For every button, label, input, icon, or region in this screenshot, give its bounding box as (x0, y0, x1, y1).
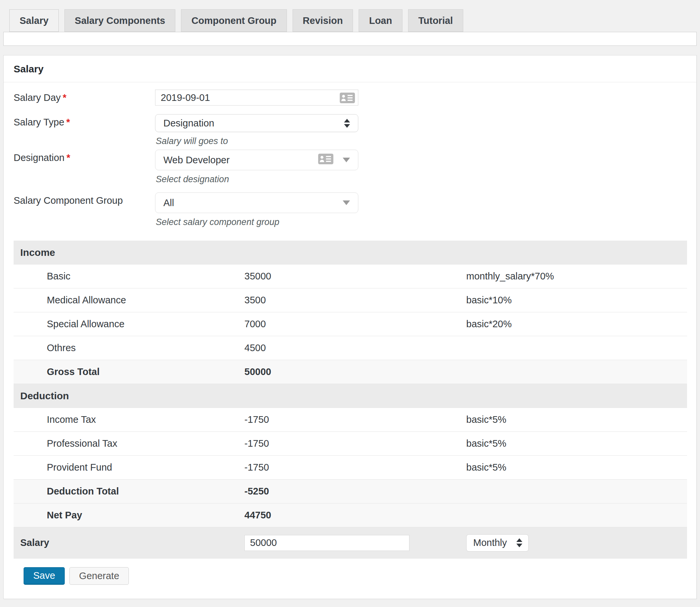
salary-amount-input[interactable] (244, 535, 409, 551)
component-name: Basic (14, 271, 244, 282)
component-name: Special Allowance (14, 319, 244, 330)
designation-select[interactable]: Web Developer (155, 150, 358, 170)
component-formula: basic*5% (466, 414, 687, 425)
tab-salary-components[interactable]: Salary Components (64, 9, 175, 32)
tab-tutorial[interactable]: Tutorial (408, 9, 463, 32)
component-formula: basic*5% (466, 438, 687, 449)
table-row-professional-tax: Professional Tax -1750 basic*5% (14, 432, 687, 456)
component-formula: basic*5% (466, 462, 687, 473)
table-row-othres: Othres 4500 (14, 336, 687, 360)
select-spinner-icon (516, 538, 522, 547)
section-title: Income (14, 247, 55, 258)
form-actions: Save Generate (24, 567, 686, 585)
select-spinner-icon (344, 119, 350, 128)
salary-components-table: Income Basic 35000 monthly_salary*70% Me… (14, 240, 687, 559)
component-name: Medical Allowance (14, 295, 244, 306)
page: Salary Salary Components Component Group… (0, 0, 700, 607)
salary-type-row: Salary Type* Designation Salary will goe… (14, 114, 686, 146)
component-name: Othres (14, 342, 244, 353)
salary-day-label: Salary Day* (14, 90, 155, 103)
salary-period-value: Monthly (473, 537, 511, 548)
tab-loan[interactable]: Loan (359, 9, 402, 32)
component-amount: 7000 (244, 319, 466, 330)
total-name: Net Pay (14, 510, 244, 521)
chevron-down-icon (343, 158, 350, 162)
salary-amount-row: Salary Monthly (14, 527, 687, 559)
required-asterisk: * (66, 117, 70, 127)
total-amount: 50000 (244, 367, 466, 377)
total-amount: -5250 (244, 486, 466, 497)
total-name: Gross Total (14, 367, 244, 377)
salary-type-helper: Salary will goes to (156, 136, 358, 146)
salary-period-select[interactable]: Monthly (466, 534, 529, 551)
designation-helper: Select designation (156, 174, 358, 185)
salary-row-label: Salary (14, 537, 244, 548)
component-amount: 4500 (244, 342, 466, 353)
salary-type-select[interactable]: Designation (155, 114, 358, 132)
tab-revision[interactable]: Revision (293, 9, 353, 32)
designation-row: Designation* Web Developer (14, 150, 686, 185)
component-name: Income Tax (14, 414, 244, 425)
designation-value: Web Developer (163, 155, 318, 166)
salary-type-value: Designation (163, 118, 344, 129)
deduction-section-header: Deduction (14, 384, 687, 408)
component-amount: -1750 (244, 462, 466, 473)
component-formula: basic*10% (466, 295, 687, 306)
vcard-icon (340, 92, 355, 105)
salary-day-input[interactable] (155, 90, 358, 106)
table-row-income-tax: Income Tax -1750 basic*5% (14, 408, 687, 432)
generate-button[interactable]: Generate (69, 567, 129, 585)
salary-panel: Salary Salary Day* (3, 55, 697, 599)
required-asterisk: * (66, 152, 70, 163)
tab-content-strip (3, 32, 697, 46)
salary-type-label: Salary Type* (14, 114, 155, 128)
vcard-icon (318, 154, 334, 167)
table-row-basic: Basic 35000 monthly_salary*70% (14, 265, 687, 288)
salary-form: Salary Day* (4, 82, 696, 585)
component-name: Professional Tax (14, 438, 244, 449)
total-amount: 44750 (244, 510, 466, 521)
component-group-select[interactable]: All (155, 192, 358, 213)
table-row-provident-fund: Provident Fund -1750 basic*5% (14, 456, 687, 480)
income-section-header: Income (14, 240, 687, 265)
component-amount: 35000 (244, 271, 466, 282)
component-formula: monthly_salary*70% (466, 271, 687, 282)
salary-day-label-text: Salary Day (14, 92, 61, 103)
component-group-helper: Select salary component group (156, 217, 358, 227)
deduction-total-row: Deduction Total -5250 (14, 480, 687, 503)
component-group-label: Salary Component Group (14, 192, 155, 206)
total-name: Deduction Total (14, 486, 244, 497)
salary-day-row: Salary Day* (14, 90, 686, 106)
gross-total-row: Gross Total 50000 (14, 360, 687, 384)
table-row-medical-allowance: Medical Allowance 3500 basic*10% (14, 288, 687, 312)
section-title: Deduction (14, 390, 69, 402)
tab-component-group[interactable]: Component Group (181, 9, 286, 32)
page-title: Salary (4, 56, 696, 82)
save-button[interactable]: Save (24, 567, 65, 585)
salary-type-label-text: Salary Type (14, 117, 64, 127)
designation-label-text: Designation (14, 152, 64, 163)
tab-salary[interactable]: Salary (9, 9, 59, 32)
required-asterisk: * (63, 92, 66, 103)
table-row-special-allowance: Special Allowance 7000 basic*20% (14, 312, 687, 336)
chevron-down-icon (343, 201, 350, 205)
component-amount: 3500 (244, 295, 466, 306)
designation-label: Designation* (14, 150, 155, 163)
tab-bar: Salary Salary Components Component Group… (0, 0, 700, 32)
component-amount: -1750 (244, 438, 466, 449)
component-amount: -1750 (244, 414, 466, 425)
component-group-row: Salary Component Group All Select salary… (14, 192, 686, 227)
component-name: Provident Fund (14, 462, 244, 473)
component-group-value: All (163, 197, 343, 208)
component-formula: basic*20% (466, 319, 687, 330)
net-pay-row: Net Pay 44750 (14, 503, 687, 527)
